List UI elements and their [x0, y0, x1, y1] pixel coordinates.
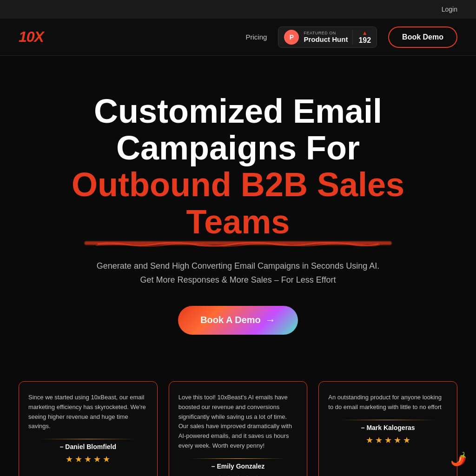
producthunt-count: ▲ 192: [352, 30, 371, 45]
producthunt-name: Product Hunt: [304, 35, 348, 43]
nav-right: Pricing P FEATURED ON Product Hunt ▲ 192…: [246, 26, 457, 48]
star-icon: ★: [103, 454, 110, 464]
upvote-arrow-icon: ▲: [362, 30, 368, 36]
star-icon: ★: [253, 474, 260, 476]
hero-title-line3: Outbound B2B Sales Teams: [19, 166, 457, 240]
navbar: 10X Pricing P FEATURED ON Product Hunt ▲…: [0, 19, 476, 56]
top-bar: Login: [0, 0, 476, 19]
star-icon: ★: [403, 435, 410, 445]
chili-icon: 🌶️: [450, 451, 467, 467]
testimonial-text: Since we started using 10xBeast, our ema…: [28, 393, 148, 431]
hero-section: Customized Email Campaigns For Outbound …: [0, 56, 476, 363]
star-rating: ★★★★★: [328, 435, 448, 445]
testimonials-section: Since we started using 10xBeast, our ema…: [0, 363, 476, 476]
hero-subtitle-line1: Generate and Send High Converting Email …: [97, 261, 379, 271]
star-icon: ★: [375, 435, 383, 445]
star-icon: ★: [234, 474, 242, 476]
pricing-link[interactable]: Pricing: [246, 33, 267, 41]
hero-title: Customized Email Campaigns For Outbound …: [19, 93, 457, 240]
producthunt-featured-label: FEATURED ON: [304, 31, 348, 35]
hero-cta-button[interactable]: Book A Demo →: [178, 306, 298, 335]
book-demo-button[interactable]: Book Demo: [388, 26, 457, 48]
star-icon: ★: [394, 435, 401, 445]
star-icon: ★: [84, 454, 92, 464]
divider: [190, 458, 285, 459]
testimonial-author: – Emily Gonzalez: [178, 463, 298, 470]
star-icon: ★: [366, 435, 373, 445]
star-icon: ★: [75, 454, 82, 464]
hero-subtitle: Generate and Send High Converting Email …: [19, 259, 457, 287]
login-link[interactable]: Login: [442, 6, 457, 13]
logo[interactable]: 10X: [19, 28, 44, 46]
hero-title-line2: Campaigns For: [19, 130, 457, 166]
hero-title-line1: Customized Email: [19, 93, 457, 130]
star-icon: ★: [244, 474, 251, 476]
testimonial-author: – Mark Kalogeras: [328, 424, 448, 431]
hero-cta-arrow-icon: →: [265, 314, 276, 326]
star-rating: ★★★★★: [28, 454, 148, 464]
testimonial-card: Since we started using 10xBeast, our ema…: [19, 381, 158, 476]
star-icon: ★: [66, 454, 73, 464]
hero-subtitle-line2: Get More Responses & More Sales – For Le…: [140, 275, 336, 284]
testimonial-text: Love this tool! 10xBeast's AI emails hav…: [178, 393, 298, 451]
producthunt-badge[interactable]: P FEATURED ON Product Hunt ▲ 192: [278, 26, 377, 48]
producthunt-text: FEATURED ON Product Hunt: [304, 31, 348, 43]
star-rating: ★★★★★: [178, 474, 298, 476]
star-icon: ★: [225, 474, 232, 476]
hero-cta-label: Book A Demo: [200, 315, 261, 325]
producthunt-votes: 192: [358, 36, 371, 45]
star-icon: ★: [216, 474, 223, 476]
divider: [340, 420, 436, 420]
star-icon: ★: [93, 454, 101, 464]
testimonial-text: An outstanding product for anyone lookin…: [328, 393, 448, 412]
testimonial-card: An outstanding product for anyone lookin…: [318, 381, 457, 476]
producthunt-icon: P: [284, 30, 299, 45]
testimonial-card: Love this tool! 10xBeast's AI emails hav…: [169, 381, 308, 476]
divider: [40, 439, 136, 439]
testimonial-author: – Daniel Blomfield: [28, 443, 148, 450]
star-icon: ★: [384, 435, 392, 445]
